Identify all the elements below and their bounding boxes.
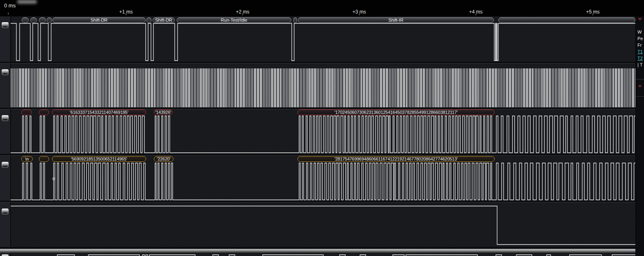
channel-4-collapse-button[interactable] <box>1 161 9 168</box>
channel-5-digital-waveform[interactable] <box>11 202 635 247</box>
panel-dropdown-triangle-icon[interactable] <box>638 18 642 20</box>
redacted-title-blur <box>17 0 37 4</box>
measurement-panel-clipped: WPeFrT1T2| T <box>635 16 644 256</box>
row-separator <box>0 154 635 156</box>
channel-1-row: Shift-DRShift-DRRun-Test/IdleShift-IR <box>0 16 644 62</box>
row-separator <box>0 62 635 63</box>
minus-icon <box>3 119 7 120</box>
row-separator <box>0 247 635 249</box>
channel-6-row <box>0 252 644 256</box>
channel-1-digital-waveform[interactable] <box>11 16 635 62</box>
channel-3-row: '616333715433211407469195''143926''17024… <box>0 109 644 154</box>
minus-icon <box>3 26 7 27</box>
waveform-viewer: 0 ms ↓ +1 ms↓+2 ms↓+3 ms↓+4 ms↓+5 ms↓ Sh… <box>0 0 644 256</box>
channel-5-collapse-button[interactable] <box>1 208 9 215</box>
minus-icon <box>3 213 7 213</box>
channel-5-row <box>0 202 644 247</box>
timeline-tick-marker-icon[interactable]: ↓ <box>241 12 245 16</box>
panel-dotted-separator <box>636 96 644 97</box>
channel-3-collapse-button[interactable] <box>1 115 9 122</box>
measurement-label: Pe <box>637 36 644 41</box>
panel-divider <box>636 79 644 79</box>
timeline-tick-marker-icon[interactable]: ↓ <box>357 12 361 16</box>
channel-6-digital-waveform[interactable] <box>11 252 635 256</box>
row-separator <box>0 108 635 109</box>
channel-6-collapse-button[interactable] <box>1 254 9 256</box>
measurement-label: Fr <box>637 43 644 48</box>
channel-4-row: \n'56909218513500652114965''22620''28175… <box>0 156 644 201</box>
minus-icon <box>3 166 7 167</box>
panel-dropdown-triangle-icon[interactable] <box>638 85 642 88</box>
measurement-link[interactable]: T2 <box>637 56 644 61</box>
timeline-tick-marker-icon[interactable]: ↓ <box>474 12 478 16</box>
timeline-ruler: 0 ms ↓ +1 ms↓+2 ms↓+3 ms↓+4 ms↓+5 ms↓ <box>0 0 644 16</box>
row-separator <box>0 201 635 202</box>
timeline-origin-label: 0 ms <box>4 2 16 9</box>
measurement-label: | T <box>637 62 644 67</box>
channel-2-clock-waveform[interactable] <box>11 68 635 107</box>
measurement-link[interactable]: T1 <box>637 49 644 54</box>
channel-4-digital-waveform[interactable] <box>11 156 635 201</box>
timeline-tick-marker-icon[interactable]: ↓ <box>124 12 128 16</box>
timeline-tick-marker-icon[interactable]: ↓ <box>591 12 595 16</box>
group-divider-bar[interactable] <box>0 249 635 253</box>
minus-icon <box>3 73 7 74</box>
channel-3-digital-waveform[interactable] <box>11 109 635 154</box>
measurement-label: W <box>637 29 644 34</box>
channel-2-collapse-button[interactable] <box>1 69 9 76</box>
timeline-origin-marker-icon[interactable]: ↓ <box>7 11 9 15</box>
channel-1-collapse-button[interactable] <box>1 22 9 29</box>
channel-2-row <box>0 63 644 108</box>
timing-marker-icon[interactable]: ⊕ <box>52 176 56 181</box>
